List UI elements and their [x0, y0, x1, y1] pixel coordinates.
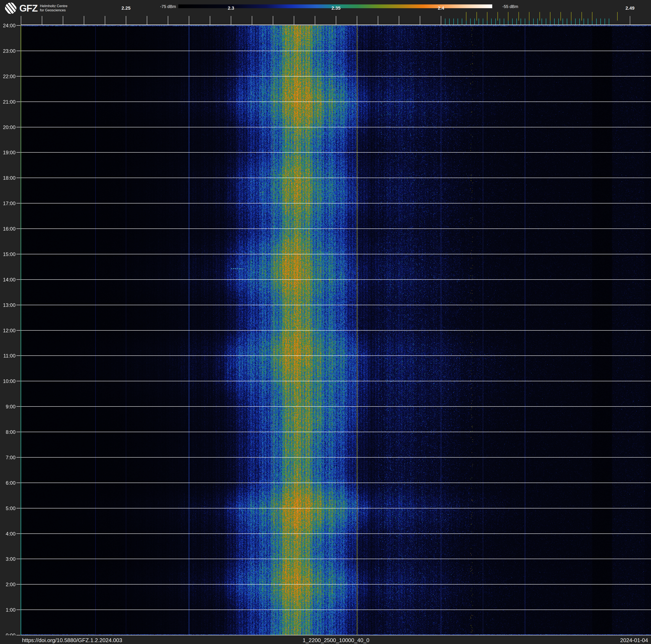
- ble-channel-tick: [495, 19, 496, 25]
- freq-minor-tick: [189, 16, 189, 25]
- ble-channel-tick: [596, 19, 597, 25]
- freq-minor-tick: [126, 16, 126, 25]
- time-axis-tick: [17, 203, 21, 203]
- freq-minor-tick: [336, 16, 336, 25]
- hour-gridline: [21, 610, 651, 610]
- time-axis-tick: [17, 432, 21, 432]
- ble-channel-tick: [449, 19, 450, 25]
- ble-channel-tick: [454, 19, 454, 25]
- time-axis-tick: [17, 254, 21, 254]
- wifi-channel-tick: [571, 12, 571, 21]
- hour-gridline: [21, 51, 651, 51]
- freq-minor-tick: [294, 16, 294, 25]
- time-axis-tick: [17, 406, 21, 407]
- ble-channel-tick: [541, 19, 542, 25]
- wifi-channel-tick: [617, 12, 618, 21]
- time-axis-label: 19:00: [0, 150, 16, 155]
- time-axis-tick: [17, 152, 21, 153]
- time-axis-label: 7:00: [0, 455, 16, 461]
- freq-minor-tick: [252, 16, 252, 25]
- hour-gridline: [21, 229, 651, 229]
- ble-channel-tick: [584, 19, 584, 25]
- hour-gridline: [21, 305, 651, 305]
- freq-axis-label: 2.25: [117, 5, 135, 11]
- hour-gridline: [21, 203, 651, 203]
- time-axis-label: 11:00: [0, 353, 16, 359]
- ble-channel-tick: [462, 19, 462, 25]
- time-axis-label: 6:00: [0, 480, 16, 486]
- hour-gridline: [21, 584, 651, 585]
- ble-channel-tick: [500, 19, 500, 25]
- wifi-channel-tick: [550, 12, 550, 21]
- spectrogram-plot: [21, 25, 651, 635]
- time-axis-tick: [17, 610, 21, 610]
- time-axis-tick: [17, 330, 21, 331]
- hour-gridline: [21, 279, 651, 280]
- wifi-channel-tick: [592, 12, 592, 21]
- hour-gridline: [21, 178, 651, 178]
- ble-channel-tick: [521, 19, 521, 25]
- freq-minor-tick: [42, 16, 42, 25]
- ble-channel-tick: [533, 19, 534, 25]
- hour-gridline: [21, 330, 651, 331]
- time-axis-tick: [17, 355, 21, 356]
- freq-minor-tick: [105, 16, 105, 25]
- anomaly-dashed-line: [231, 268, 245, 269]
- hour-gridline: [21, 152, 651, 153]
- time-axis-tick: [17, 559, 21, 559]
- ble-channel-tick: [579, 19, 580, 25]
- wifi-channel-tick: [560, 12, 561, 21]
- ble-channel-tick: [504, 19, 504, 25]
- ble-channel-tick: [563, 19, 563, 25]
- freq-minor-tick: [357, 16, 357, 25]
- freq-edge-tick: [630, 16, 630, 25]
- ble-channel-tick: [525, 19, 525, 25]
- hour-gridline: [21, 101, 651, 102]
- frequency-axis: 2.252.32.352.42.49: [0, 0, 651, 25]
- hour-gridline: [21, 127, 651, 127]
- ble-channel-tick: [512, 19, 513, 25]
- freq-minor-tick: [231, 16, 231, 25]
- ble-channel-tick: [537, 19, 538, 25]
- time-axis-label: 9:00: [0, 404, 16, 410]
- hour-gridline: [21, 508, 651, 508]
- time-axis-label: 16:00: [0, 226, 16, 232]
- hour-gridline: [21, 482, 651, 483]
- time-axis-label: 23:00: [0, 48, 16, 54]
- freq-minor-tick: [399, 16, 399, 25]
- time-axis-tick: [17, 76, 21, 77]
- ble-channel-tick: [588, 19, 588, 25]
- ble-channel-tick: [517, 19, 517, 25]
- ble-channel-tick: [567, 19, 567, 25]
- time-axis-label: 10:00: [0, 378, 16, 384]
- time-axis-label: 21:00: [0, 99, 16, 105]
- time-axis-label: 3:00: [0, 556, 16, 562]
- time-axis-tick: [17, 305, 21, 305]
- freq-minor-tick: [378, 16, 378, 25]
- ble-channel-tick: [491, 19, 492, 25]
- time-axis-label: 1:00: [0, 607, 16, 613]
- ble-channel-tick: [600, 19, 601, 25]
- time-axis: 24:0023:0022:0021:0020:0019:0018:0017:00…: [0, 0, 21, 644]
- time-axis-tick: [17, 127, 21, 127]
- wifi-channel-tick: [508, 12, 508, 21]
- wifi-channel-tick: [582, 12, 582, 21]
- time-axis-label: 22:00: [0, 74, 16, 80]
- time-axis-label: 8:00: [0, 429, 16, 435]
- hour-gridline: [21, 533, 651, 534]
- time-axis-tick: [17, 381, 21, 381]
- time-axis-tick: [17, 101, 21, 102]
- time-axis-tick: [17, 457, 21, 458]
- time-axis-tick: [17, 279, 21, 280]
- freq-minor-tick: [147, 16, 147, 25]
- freq-minor-tick: [420, 16, 420, 25]
- freq-axis-label: 2.4: [432, 5, 451, 11]
- freq-axis-label: 2.3: [222, 5, 241, 11]
- time-axis-tick: [17, 178, 21, 178]
- ble-channel-tick: [609, 19, 609, 25]
- freq-minor-tick: [84, 16, 84, 25]
- hour-gridline: [21, 406, 651, 407]
- ble-channel-tick: [483, 19, 483, 25]
- hour-gridline: [21, 559, 651, 559]
- time-axis-tick: [17, 51, 21, 51]
